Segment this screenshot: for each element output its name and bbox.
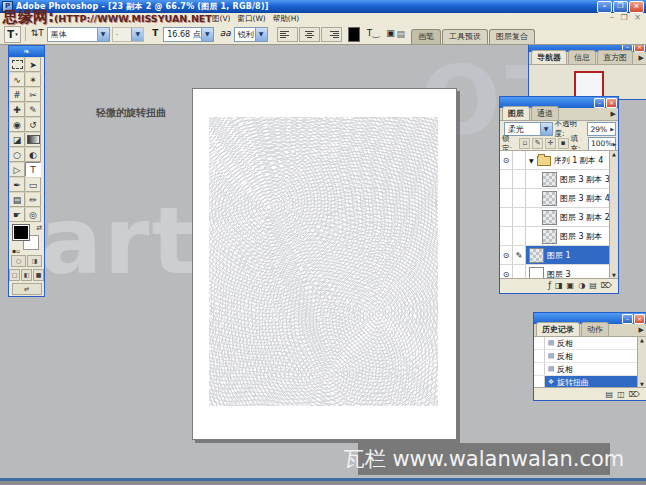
toolbox-palette[interactable]: ❧ ➤∿✶#✂✚✎◉↺◪○◐▷T✒▭▤✏☛◎ ⇄ ▪▫ ○ ◨ ▢ ◧ ■ ⇄ [8,45,45,297]
anti-alias-select[interactable]: 锐利 ▼ [234,27,268,42]
font-family-select[interactable]: 黑体 ▼ [47,27,110,42]
healing-brush-tool-icon[interactable]: ✚ [9,102,25,117]
layer-row[interactable]: 图层 3 副本 2 [500,208,618,227]
layer-thumbnail[interactable] [542,172,557,187]
layers-scrollbar[interactable]: ▲▼ [609,151,618,278]
document-window-controls[interactable]: – ❒ × [610,13,643,22]
layer-thumbnail[interactable] [542,191,557,206]
layer-thumbnail[interactable] [529,248,544,263]
maximize-button[interactable]: ❒ [613,1,628,13]
swap-colors-icon[interactable]: ⇄ [36,224,42,232]
history-item-selected[interactable]: ❖ 旋转扭曲 [534,376,646,387]
expand-icon[interactable]: ▼ [529,157,534,164]
layer-thumbnail[interactable] [542,210,557,225]
font-style-select[interactable]: - ▼ [112,27,145,42]
dodge-tool-icon[interactable]: ◐ [25,147,41,162]
slice-tool-icon[interactable]: ✂ [25,87,41,102]
menu-item[interactable]: 帮助(H) [273,14,300,24]
lock-all-icon[interactable]: ▪ [558,138,569,149]
eye-icon[interactable]: ⊙ [500,265,513,278]
move-tool-icon[interactable]: ➤ [25,57,41,72]
layer-row-group[interactable]: ⊙ ▼序列 1 副本 4 [500,151,618,170]
tab-history[interactable]: 历史记录 [536,322,580,336]
standard-screen-button[interactable]: ▢ [9,269,20,281]
pen-tool-icon[interactable]: ✒ [9,177,25,192]
opacity-value[interactable]: 29%▶ [587,122,616,136]
crop-tool-icon[interactable]: # [9,87,25,102]
text-orientation-icon[interactable]: ⇅T [30,26,45,42]
tab-channels[interactable]: 通道 [531,106,559,120]
default-colors-icon[interactable]: ▪▫ [12,247,20,254]
minimize-button[interactable]: – [597,1,612,13]
menu-item[interactable]: 图(V) [212,14,230,24]
eye-icon[interactable]: ⊙ [500,246,513,264]
notes-tool-icon[interactable]: ▤ [9,192,25,207]
panel-menu-icon[interactable]: ▶ [639,326,644,334]
document-canvas[interactable] [192,88,457,440]
delete-state-icon[interactable]: ⌦ [629,390,640,399]
edit-in-imageready-button[interactable]: ⇄ [12,283,42,295]
lock-position-icon[interactable]: ✛ [545,138,556,149]
layer-thumbnail[interactable] [529,267,544,279]
warp-text-icon[interactable]: T‿ [366,26,381,42]
close-button[interactable]: × [629,1,644,13]
lasso-tool-icon[interactable]: ∿ [9,72,25,87]
panel-close-button[interactable]: × [606,98,617,108]
panel-menu-icon[interactable]: ▶ [611,110,616,118]
panel-minimize-button[interactable]: – [594,98,605,108]
rect-marquee-tool-icon[interactable] [9,57,25,72]
text-color-swatch[interactable] [348,27,360,42]
fullscreen-menubar-button[interactable]: ◧ [21,269,32,281]
layer-thumbnail[interactable] [542,229,557,244]
chevron-down-icon[interactable]: ▼ [201,28,213,41]
zoom-tool-icon[interactable]: ◎ [25,207,41,222]
panel-menu-icon[interactable]: ▶ [639,54,644,62]
hand-tool-icon[interactable]: ☛ [9,207,25,222]
tab-tool-presets[interactable]: 工具预设 [442,29,488,44]
magic-wand-tool-icon[interactable]: ✶ [25,72,41,87]
tab-layers[interactable]: 图层 [502,106,530,120]
foreground-color-swatch[interactable] [13,225,29,240]
navigator-preview[interactable] [529,65,646,99]
history-item[interactable]: ▤ 反相 [534,363,646,376]
adjustment-layer-icon[interactable]: ◑ [578,281,585,290]
align-right-button[interactable] [321,27,342,42]
quick-mask-mode-button[interactable]: ◨ [27,255,42,267]
eye-icon[interactable]: ⊙ [500,151,513,169]
history-item[interactable]: ▤ 反相 [534,337,646,350]
fullscreen-button[interactable]: ■ [33,269,44,281]
font-size-select[interactable]: 16.68 点 ▼ [163,27,213,42]
panel-close-button[interactable]: × [634,314,645,324]
eyedropper-tool-icon[interactable]: ✏ [25,192,41,207]
history-item[interactable]: ▤ 反相 [534,350,646,363]
history-brush-tool-icon[interactable]: ↺ [25,117,41,132]
tab-brushes[interactable]: 画笔 [411,29,441,44]
layer-mask-icon[interactable]: ◨ [555,281,563,290]
layer-row[interactable]: 图层 3 副本 3 [500,170,618,189]
toolbox-grip[interactable]: ❧ [9,46,44,57]
new-doc-from-state-icon[interactable]: ▤ [606,390,614,399]
panel-close-button[interactable]: × [634,44,645,52]
toggle-palettes-icon[interactable]: ▣ [384,26,396,42]
shape-tool-icon[interactable]: ▭ [25,177,41,192]
panel-minimize-button[interactable]: – [622,314,633,324]
path-select-tool-icon[interactable]: ▷ [9,162,25,177]
new-snapshot-icon[interactable]: ◫ [617,390,625,399]
lock-transparency-icon[interactable]: ▫ [519,138,530,149]
type-tool-icon[interactable]: T [25,162,41,177]
fill-value[interactable]: 100%▶ [588,137,616,151]
history-scrollbar[interactable]: ▲▼ [637,337,646,387]
tool-preset-picker[interactable]: T ▾ [4,26,21,43]
tab-info[interactable]: 信息 [568,50,596,64]
layer-row-selected[interactable]: ⊙ ✎ 图层 1 [500,246,618,265]
align-center-button[interactable] [299,27,320,42]
layer-effects-icon[interactable]: ƒ [548,281,551,290]
new-layer-icon[interactable]: ▤ [589,281,597,290]
layer-row[interactable]: 图层 3 副本 4 [500,189,618,208]
delete-layer-icon[interactable]: ⌦ [601,281,612,290]
brush-tool-icon[interactable]: ✎ [25,102,41,117]
layer-row[interactable]: ⊙ 图层 3 [500,265,618,278]
menu-item[interactable]: 窗口(W) [237,14,265,24]
new-group-icon[interactable]: ▣ [567,281,575,290]
chevron-down-icon[interactable]: ▼ [255,28,267,41]
